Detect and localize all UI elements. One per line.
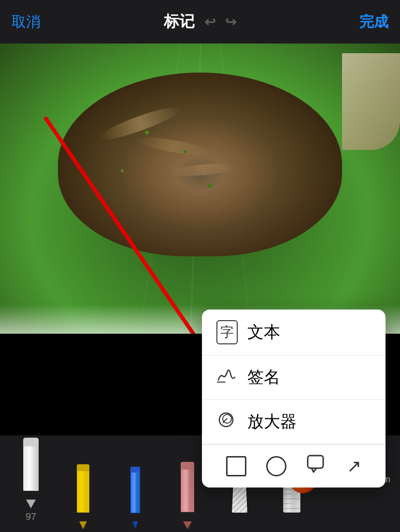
tool-pencil-white[interactable]: 97	[5, 438, 57, 522]
tool-pencil-blue[interactable]	[109, 467, 161, 522]
tool-number: 97	[26, 511, 36, 522]
tool-highlighter-yellow[interactable]	[57, 464, 109, 522]
magnifier-label: 放大器	[247, 411, 297, 433]
circle-shape-button[interactable]	[266, 456, 286, 476]
shapes-row: ↗	[202, 444, 386, 488]
photo-area	[0, 44, 400, 334]
scallion-3	[121, 169, 124, 172]
undo-button[interactable]: ↩	[204, 14, 215, 30]
magnifier-icon	[216, 410, 238, 433]
done-button[interactable]: 完成	[359, 12, 388, 32]
scallion-1	[145, 131, 149, 134]
signature-label: 签名	[247, 366, 280, 388]
rect-shape-button[interactable]	[226, 456, 246, 476]
speech-bubble-button[interactable]	[306, 454, 327, 479]
popup-item-magnifier[interactable]: 放大器	[202, 399, 386, 444]
bowl-decoration	[342, 53, 400, 150]
arrow-shape-button[interactable]: ↗	[347, 456, 361, 476]
svg-rect-4	[308, 456, 323, 468]
photo-background	[0, 44, 400, 334]
nav-title-group: 标记 ↩ ↪	[164, 11, 236, 32]
scallion-4	[208, 184, 212, 188]
scallion-2	[184, 150, 187, 153]
text-label: 文本	[247, 321, 280, 343]
popup-menu: 字 文本 签名 放大器	[202, 310, 386, 488]
page-title: 标记	[164, 11, 195, 32]
nav-bar: 取消 标记 ↩ ↪ 完成	[0, 0, 400, 44]
popup-item-signature[interactable]: 签名	[202, 355, 386, 399]
signature-icon	[216, 367, 238, 388]
popup-item-text[interactable]: 字 文本	[202, 310, 386, 355]
cancel-button[interactable]: 取消	[12, 12, 41, 32]
text-icon: 字	[216, 320, 238, 344]
redo-button[interactable]: ↪	[225, 14, 236, 30]
